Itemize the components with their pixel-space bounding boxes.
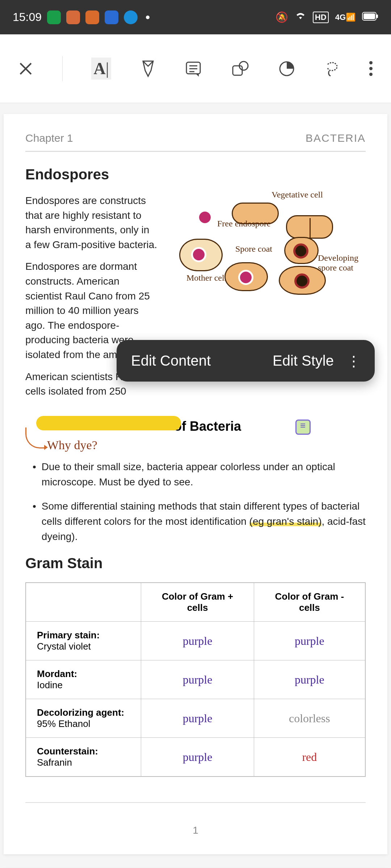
table-row: Decolorizing agent:95% Ethanol purple co… [26, 699, 365, 738]
page-1: Chapter 1 BACTERIA Endospores Endospores… [4, 114, 387, 854]
more-menu[interactable] [369, 59, 373, 78]
svg-rect-2 [377, 14, 378, 18]
page-number: 1 [25, 825, 366, 836]
col-gram-minus: Color of Gram - cells [254, 583, 365, 622]
signal-icon: 4G📶 [335, 13, 356, 22]
gram-stain-table: Color of Gram + cells Color of Gram - ce… [25, 582, 366, 777]
alipay-badge [105, 10, 118, 24]
handwritten-annotation[interactable]: Why dye? [47, 438, 366, 452]
battery-icon [362, 12, 378, 23]
col-gram-plus: Color of Gram + cells [141, 583, 254, 622]
highlight-annotation[interactable] [36, 416, 181, 430]
heading-endospores: Endospores [25, 166, 366, 183]
note-tool[interactable] [185, 59, 202, 78]
table-row: Mordant:Iodine purple purple [26, 660, 365, 699]
bullet-1: •Due to their small size, bacteria appea… [33, 459, 366, 490]
mute-icon: 🔕 [276, 11, 288, 23]
lasso-tool[interactable] [324, 59, 340, 78]
table-row: Counterstain:Safranin purple red [26, 738, 365, 777]
oppo-badge [47, 10, 61, 24]
bullet-2: • Some differential staining methods tha… [33, 499, 366, 544]
highlighter-tool[interactable] [140, 59, 156, 78]
highlighted-section-title[interactable]: of Bacteria [25, 419, 366, 435]
heading-gram-stain: Gram Stain [25, 555, 366, 571]
endospore-cycle-diagram: Vegetative cell Free endospore Mother ce… [167, 193, 366, 338]
table-row: Primary stain:Crystal violet purple purp… [26, 622, 365, 660]
music-badge [124, 10, 138, 24]
clock: 15:09 [13, 10, 42, 24]
reader-badge [85, 10, 99, 24]
context-popover: Edit Content Edit Style ⋮ [117, 340, 375, 382]
chapter-label: Chapter 1 [25, 132, 73, 144]
sticky-note-icon[interactable] [295, 420, 311, 435]
editor-toolbar: A| [0, 34, 391, 103]
status-bar: 15:09 🔕 HD 4G📶 [0, 0, 391, 34]
sticker-tool[interactable] [278, 59, 295, 78]
popover-more-button[interactable]: ⋮ [346, 353, 360, 369]
edit-style-button[interactable]: Edit Style [273, 353, 334, 369]
edit-content-button[interactable]: Edit Content [131, 353, 211, 369]
close-button[interactable] [18, 59, 33, 78]
text-select-tool[interactable]: A| [91, 59, 111, 78]
svg-rect-4 [233, 66, 242, 75]
hd-icon: HD [313, 12, 329, 23]
document-viewport[interactable]: Chapter 1 BACTERIA Endospores Endospores… [0, 103, 391, 868]
subject-label: BACTERIA [306, 132, 366, 144]
page-header: Chapter 1 BACTERIA [25, 132, 366, 152]
shape-tool[interactable] [231, 59, 249, 78]
svg-rect-1 [363, 13, 375, 19]
more-notifications-dot [146, 16, 150, 19]
games-badge [66, 10, 80, 24]
wifi-icon [295, 11, 306, 23]
